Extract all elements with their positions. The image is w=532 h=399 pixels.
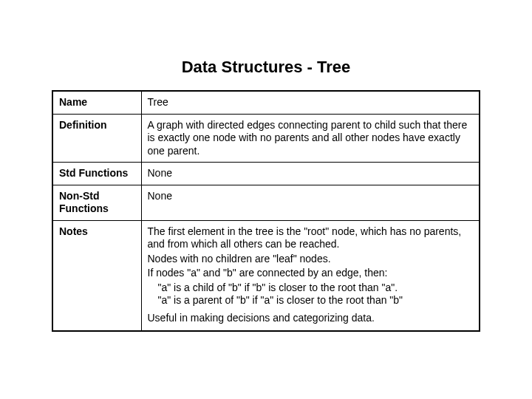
table-row: Name Tree	[52, 91, 480, 114]
notes-subpara: "a" is a parent of "b" if "a" is closer …	[148, 294, 474, 307]
notes-para: The first element in the tree is the "ro…	[148, 225, 474, 251]
notes-para: Nodes with no children are "leaf" nodes.	[148, 253, 474, 266]
row-value-definition: A graph with directed edges connecting p…	[141, 114, 480, 163]
row-value-nonstdfn: None	[141, 185, 480, 220]
notes-subpara: "a" is a child of "b" if "b" is closer t…	[148, 282, 474, 295]
row-value-name: Tree	[141, 91, 480, 114]
notes-para: If nodes "a" and "b" are connected by an…	[148, 267, 474, 280]
row-value-stdfn: None	[141, 163, 480, 185]
row-label-name: Name	[52, 91, 141, 114]
table-row: Definition A graph with directed edges c…	[52, 114, 480, 163]
row-value-notes: The first element in the tree is the "ro…	[141, 220, 480, 331]
table-row: Non-Std Functions None	[52, 185, 480, 220]
row-label-notes: Notes	[52, 220, 141, 331]
document-page: Data Structures - Tree Name Tree Definit…	[0, 0, 532, 361]
table-row: Std Functions None	[52, 163, 480, 185]
data-structure-table: Name Tree Definition A graph with direct…	[52, 90, 480, 332]
row-label-stdfn: Std Functions	[52, 163, 141, 185]
table-row: Notes The first element in the tree is t…	[52, 220, 480, 331]
notes-para: Useful in making decisions and categoriz…	[148, 312, 474, 325]
page-title: Data Structures - Tree	[52, 58, 480, 77]
row-label-nonstdfn: Non-Std Functions	[52, 185, 141, 220]
row-label-definition: Definition	[52, 114, 141, 163]
